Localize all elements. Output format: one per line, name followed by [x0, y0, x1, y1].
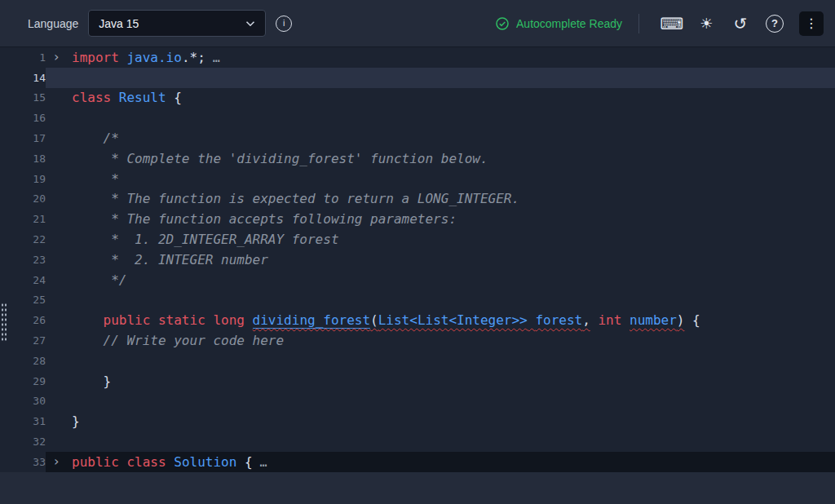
line-body: * Complete the 'dividing_forest' functio… — [46, 148, 835, 169]
language-select-value: Java 15 — [99, 17, 139, 30]
line-number[interactable]: 22 — [0, 229, 46, 250]
code-token: public — [72, 454, 119, 470]
help-icon: ? — [766, 15, 784, 33]
code-line-22[interactable]: 22 * 1. 2D_INTEGER_ARRAY forest — [0, 229, 835, 250]
help-button[interactable]: ? — [760, 9, 789, 38]
line-body — [46, 108, 835, 128]
code-line-28[interactable]: 28 — [0, 351, 835, 371]
line-number[interactable]: 24 — [0, 270, 46, 290]
line-body: class Result { — [46, 88, 835, 108]
line-number[interactable]: 17 — [0, 128, 46, 148]
code-line-21[interactable]: 21 * The function accepts following para… — [0, 209, 835, 229]
restore-code-button[interactable]: ↺ — [726, 9, 755, 38]
code-editor[interactable]: 1›import java.io.*;…1415class Result {16… — [0, 47, 835, 472]
code-line-32[interactable]: 32 — [0, 431, 835, 452]
line-number[interactable]: 30 — [0, 391, 46, 412]
line-body: } — [46, 371, 835, 391]
info-icon: i — [276, 15, 292, 32]
code-line-24[interactable]: 24 */ — [0, 270, 835, 290]
line-number[interactable]: 32 — [0, 431, 46, 452]
chevron-down-icon — [245, 20, 255, 27]
code-line-23[interactable]: 23 * 2. INTEGER number — [0, 250, 835, 270]
keyboard-shortcuts-button[interactable]: ⌨ — [657, 9, 687, 38]
code-line-29[interactable]: 29 } — [0, 371, 835, 391]
code-token: * Complete the 'dividing_forest' functio… — [72, 151, 488, 166]
code-line-30[interactable]: 30 — [0, 391, 835, 412]
line-body: * 2. INTEGER number — [46, 250, 835, 270]
line-body — [46, 431, 835, 452]
autocomplete-status: Autocomplete Ready — [495, 16, 622, 31]
code-token: * The function accepts following paramet… — [72, 211, 457, 227]
collapsed-code-ellipsis[interactable]: … — [260, 455, 268, 470]
line-number[interactable]: 31 — [0, 411, 46, 431]
code-line-33[interactable]: 33›public class Solution {… — [0, 452, 835, 472]
code-line-26[interactable]: 26 public static long dividing_forest(Li… — [0, 310, 835, 330]
line-number[interactable]: 21 — [0, 209, 46, 229]
line-number[interactable]: 33 — [0, 452, 46, 472]
code-line-14[interactable]: 14 — [0, 68, 835, 88]
code-token: long — [213, 312, 245, 328]
code-text: } — [67, 413, 80, 429]
fold-chevron-icon[interactable]: › — [46, 455, 67, 468]
pane-resize-grip[interactable] — [1, 303, 7, 342]
code-token: } — [72, 374, 111, 389]
code-text: * 1. 2D_INTEGER_ARRAY forest — [67, 232, 339, 247]
line-number[interactable]: 28 — [0, 351, 46, 371]
info-button[interactable]: i — [276, 9, 292, 38]
code-token — [245, 312, 253, 328]
code-line-31[interactable]: 31} — [0, 411, 835, 431]
code-line-19[interactable]: 19 * — [0, 169, 835, 189]
language-select[interactable]: Java 15 — [88, 10, 266, 37]
code-token — [166, 454, 175, 470]
code-token — [119, 454, 127, 470]
collapsed-code-ellipsis[interactable]: … — [213, 51, 221, 65]
code-text: * 2. INTEGER number — [67, 252, 268, 267]
code-token: * — [72, 171, 119, 187]
keyboard-icon: ⌨ — [660, 15, 684, 32]
code-line-27[interactable]: 27 // Write your code here — [0, 330, 835, 351]
fold-chevron-icon[interactable]: › — [46, 51, 67, 64]
code-token: , — [582, 312, 590, 328]
line-body: ›import java.io.*;… — [46, 47, 835, 68]
line-number[interactable]: 19 — [0, 169, 46, 189]
more-options-button[interactable]: ⋮ — [799, 11, 824, 36]
code-line-15[interactable]: 15class Result { — [0, 88, 835, 108]
code-text: class Result { — [67, 90, 182, 105]
help-icon-glyph: ? — [771, 18, 778, 29]
line-number[interactable]: 15 — [0, 88, 46, 108]
line-body: */ — [46, 270, 835, 290]
code-line-1[interactable]: 1›import java.io.*;… — [0, 47, 835, 68]
code-token: List<List<Integer>> — [378, 312, 528, 328]
theme-brightness-button[interactable]: ☀ — [691, 9, 721, 38]
line-number[interactable]: 1 — [0, 47, 46, 68]
line-number[interactable]: 29 — [0, 371, 46, 391]
code-line-17[interactable]: 17 /* — [0, 128, 835, 148]
code-token: /* — [72, 130, 119, 146]
line-number[interactable]: 14 — [0, 68, 46, 88]
line-body: * 1. 2D_INTEGER_ARRAY forest — [46, 229, 835, 250]
code-token: { — [684, 312, 700, 328]
code-line-20[interactable]: 20 * The function is expected to return … — [0, 189, 835, 210]
line-number[interactable]: 16 — [0, 108, 46, 128]
line-body — [46, 68, 835, 88]
code-token: */ — [72, 272, 126, 288]
line-number[interactable]: 18 — [0, 148, 46, 169]
code-line-16[interactable]: 16 — [0, 108, 835, 128]
code-text: * The function is expected to return a L… — [67, 191, 519, 206]
code-text: } — [67, 374, 111, 389]
line-body: public static long dividing_forest(List<… — [46, 310, 835, 330]
line-number[interactable]: 20 — [0, 189, 46, 210]
code-token: class — [126, 454, 166, 470]
line-body: * The function accepts following paramet… — [46, 209, 835, 229]
code-token: Result — [119, 90, 166, 105]
line-body: * The function is expected to return a L… — [46, 189, 835, 210]
autocomplete-status-label: Autocomplete Ready — [516, 17, 622, 30]
line-number[interactable]: 23 — [0, 250, 46, 270]
line-body — [46, 391, 835, 412]
line-body: } — [46, 411, 835, 431]
code-line-18[interactable]: 18 * Complete the 'dividing_forest' func… — [0, 148, 835, 169]
line-body — [46, 351, 835, 371]
code-token — [119, 50, 127, 65]
code-line-25[interactable]: 25 — [0, 290, 835, 311]
code-text: public class Solution {… — [67, 454, 268, 470]
